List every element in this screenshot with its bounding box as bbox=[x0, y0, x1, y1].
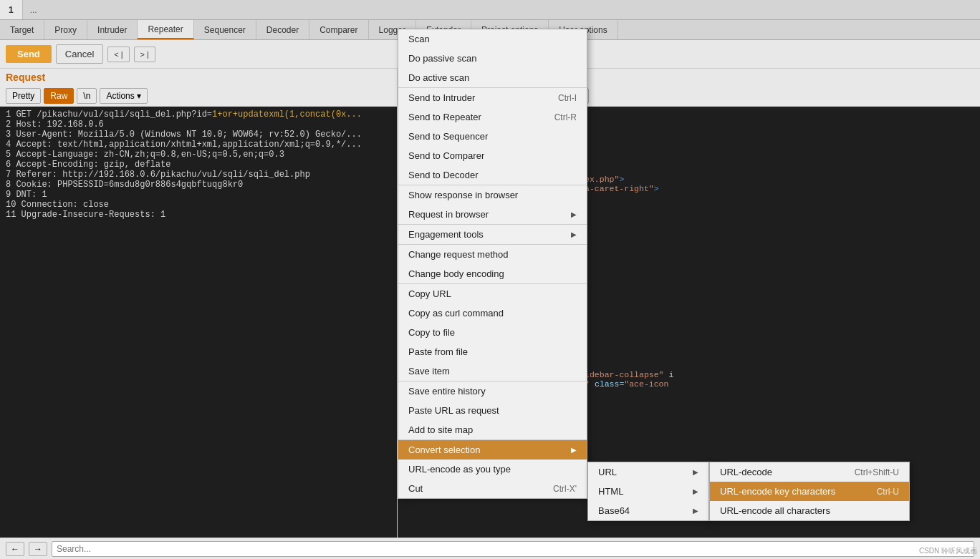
menu-send-intruder-shortcut: Ctrl-I bbox=[558, 93, 577, 103]
convert-url-arrow: ▶ bbox=[693, 468, 698, 476]
menu-change-method-label: Change request method bbox=[408, 249, 508, 260]
toolbar-sequencer[interactable]: Sequencer bbox=[194, 20, 256, 39]
menu-add-sitemap[interactable]: Add to site map bbox=[398, 420, 587, 440]
url-decode-submenu: URL-decode Ctrl+Shift-U URL-encode key c… bbox=[709, 462, 910, 521]
menu-paste-url[interactable]: Paste URL as request bbox=[398, 401, 587, 420]
request-line-11: 11 Upgrade-Insecure-Requests: 1 bbox=[6, 210, 391, 220]
url-encode-key-shortcut: Ctrl-U bbox=[877, 487, 899, 497]
menu-convert-selection-arrow: ▶ bbox=[571, 446, 577, 454]
menu-copy-file-label: Copy to file bbox=[408, 327, 455, 338]
menu-request-browser-arrow: ▶ bbox=[571, 210, 577, 218]
convert-url[interactable]: URL ▶ bbox=[588, 462, 708, 482]
menu-url-encode-type-label: URL-encode as you type bbox=[408, 464, 511, 475]
url-decode-shortcut: Ctrl+Shift-U bbox=[855, 467, 899, 477]
menu-copy-file[interactable]: Copy to file bbox=[398, 323, 587, 342]
url-decode-item[interactable]: URL-decode Ctrl+Shift-U bbox=[710, 462, 909, 482]
menu-copy-curl[interactable]: Copy as curl command bbox=[398, 303, 587, 323]
menu-request-browser-label: Request in browser bbox=[408, 209, 489, 220]
menu-convert-selection[interactable]: Convert selection ▶ bbox=[398, 440, 587, 460]
request-line-1: 1 GET /pikachu/vul/sqli/sqli_del.php?id=… bbox=[6, 110, 391, 120]
url-encode-all-label: URL-encode all characters bbox=[720, 505, 830, 516]
nav-left-button[interactable]: ← bbox=[6, 542, 24, 556]
request-actions-btn[interactable]: Actions ▾ bbox=[100, 88, 147, 104]
url-encode-key-item[interactable]: URL-encode key characters Ctrl-U bbox=[710, 482, 909, 501]
tab-more[interactable]: ... bbox=[23, 2, 44, 18]
menu-send-comparer[interactable]: Send to Comparer bbox=[398, 146, 587, 165]
toolbar-decoder[interactable]: Decoder bbox=[256, 20, 309, 39]
tab-1[interactable]: 1 bbox=[0, 0, 23, 19]
request-panel: Request Pretty Raw \n Actions ▾ 1 GET /p… bbox=[0, 69, 398, 538]
menu-paste-file[interactable]: Paste from file bbox=[398, 342, 587, 361]
nav-prev-button[interactable]: < | bbox=[107, 47, 129, 62]
request-line-7: 7 Referer: http://192.168.0.6/pikachu/vu… bbox=[6, 170, 391, 180]
menu-copy-url[interactable]: Copy URL bbox=[398, 284, 587, 303]
menu-send-repeater-shortcut: Ctrl-R bbox=[554, 112, 577, 122]
menu-paste-url-label: Paste URL as request bbox=[408, 405, 499, 416]
menu-send-comparer-label: Send to Comparer bbox=[408, 150, 484, 161]
request-line-10: 10 Connection: close bbox=[6, 200, 391, 210]
menu-cut[interactable]: Cut Ctrl-X' bbox=[398, 479, 587, 498]
request-title: Request bbox=[0, 69, 397, 86]
menu-save-history[interactable]: Save entire history bbox=[398, 381, 587, 401]
request-content[interactable]: 1 GET /pikachu/vul/sqli/sqli_del.php?id=… bbox=[0, 107, 397, 538]
request-line-6: 6 Accept-Encoding: gzip, deflate bbox=[6, 160, 391, 170]
menu-engagement-tools-arrow: ▶ bbox=[571, 230, 577, 238]
menu-change-encoding[interactable]: Change body encoding bbox=[398, 264, 587, 284]
menu-add-sitemap-label: Add to site map bbox=[408, 424, 473, 435]
cancel-button[interactable]: Cancel bbox=[56, 44, 103, 64]
convert-html[interactable]: HTML ▶ bbox=[588, 482, 708, 501]
convert-url-label: URL bbox=[598, 467, 617, 477]
convert-submenu: URL ▶ HTML ▶ Base64 ▶ bbox=[587, 462, 709, 521]
url-encode-all-item[interactable]: URL-encode all characters bbox=[710, 501, 909, 520]
toolbar-intruder[interactable]: Intruder bbox=[87, 20, 138, 39]
request-raw-btn[interactable]: Raw bbox=[44, 88, 74, 104]
menu-change-method[interactable]: Change request method bbox=[398, 245, 587, 264]
menu-request-browser[interactable]: Request in browser ▶ bbox=[398, 205, 587, 225]
toolbar-repeater[interactable]: Repeater bbox=[138, 20, 193, 39]
request-actions-label: Actions bbox=[106, 91, 134, 101]
request-line-2: 2 Host: 192.168.0.6 bbox=[6, 120, 391, 130]
send-button[interactable]: Send bbox=[6, 45, 52, 63]
menu-copy-url-label: Copy URL bbox=[408, 288, 451, 299]
menu-passive-scan[interactable]: Do passive scan bbox=[398, 49, 587, 68]
menu-show-response[interactable]: Show response in browser bbox=[398, 185, 587, 205]
menu-convert-selection-label: Convert selection bbox=[408, 444, 480, 455]
request-line-5: 5 Accept-Language: zh-CN,zh;q=0.8,en-US;… bbox=[6, 150, 391, 160]
nav-right-button[interactable]: → bbox=[29, 542, 47, 556]
menu-save-item-label: Save item bbox=[408, 366, 450, 376]
menu-show-response-label: Show response in browser bbox=[408, 190, 518, 200]
toolbar-target[interactable]: Target bbox=[0, 20, 44, 39]
menu-paste-file-label: Paste from file bbox=[408, 346, 468, 357]
toolbar-proxy[interactable]: Proxy bbox=[44, 20, 87, 39]
search-input[interactable] bbox=[52, 541, 974, 557]
convert-base64-label: Base64 bbox=[598, 505, 630, 516]
request-newline-btn[interactable]: \n bbox=[77, 88, 97, 104]
toolbar-comparer[interactable]: Comparer bbox=[309, 20, 368, 39]
convert-base64[interactable]: Base64 ▶ bbox=[588, 501, 708, 520]
menu-save-history-label: Save entire history bbox=[408, 386, 486, 397]
request-toolbar: Pretty Raw \n Actions ▾ bbox=[0, 86, 397, 107]
watermark: CSDN 聆听风成画 bbox=[919, 546, 977, 556]
menu-cut-shortcut: Ctrl-X' bbox=[553, 484, 577, 494]
nav-next-button[interactable]: > | bbox=[134, 47, 155, 62]
menu-send-intruder-label: Send to Intruder bbox=[408, 92, 475, 103]
menu-send-decoder[interactable]: Send to Decoder bbox=[398, 165, 587, 185]
menu-send-sequencer-label: Send to Sequencer bbox=[408, 131, 488, 142]
menu-change-encoding-label: Change body encoding bbox=[408, 268, 504, 279]
menu-send-sequencer[interactable]: Send to Sequencer bbox=[398, 127, 587, 146]
url-decode-label: URL-decode bbox=[720, 467, 772, 477]
request-line-8: 8 Cookie: PHPSESSID=6msdu8g0r886s4gqbftu… bbox=[6, 180, 391, 190]
menu-active-scan-label: Do active scan bbox=[408, 72, 469, 83]
convert-html-arrow: ▶ bbox=[693, 487, 698, 495]
menu-scan[interactable]: Scan bbox=[398, 29, 587, 49]
request-pretty-btn[interactable]: Pretty bbox=[6, 88, 41, 104]
menu-send-repeater[interactable]: Send to Repeater Ctrl-R bbox=[398, 107, 587, 127]
menu-send-intruder[interactable]: Send to Intruder Ctrl-I bbox=[398, 88, 587, 107]
menu-save-item[interactable]: Save item bbox=[398, 361, 587, 381]
menu-active-scan[interactable]: Do active scan bbox=[398, 68, 587, 88]
convert-base64-arrow: ▶ bbox=[693, 507, 698, 515]
convert-html-label: HTML bbox=[598, 486, 623, 497]
menu-url-encode-type[interactable]: URL-encode as you type bbox=[398, 460, 587, 479]
menu-copy-curl-label: Copy as curl command bbox=[408, 308, 504, 319]
menu-engagement-tools[interactable]: Engagement tools ▶ bbox=[398, 225, 587, 245]
